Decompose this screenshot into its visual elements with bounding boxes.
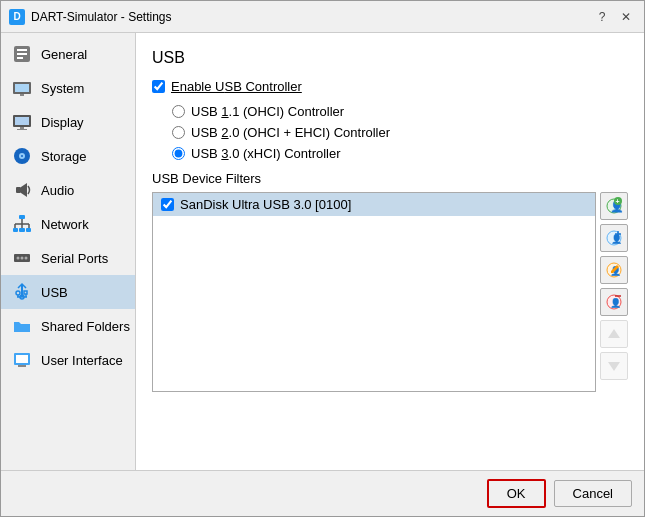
add-empty-filter-button[interactable]: 👤 bbox=[600, 224, 628, 252]
sidebar-item-storage[interactable]: Storage bbox=[1, 139, 135, 173]
svg-rect-6 bbox=[20, 94, 24, 96]
usb11-row: USB 1.1 (OHCI) Controller bbox=[172, 104, 628, 119]
svg-text:+: + bbox=[616, 198, 620, 205]
usb-icon bbox=[11, 281, 33, 303]
svg-rect-36 bbox=[16, 355, 28, 363]
usb11-radio[interactable] bbox=[172, 105, 185, 118]
sidebar-label-network: Network bbox=[41, 217, 89, 232]
usb30-radio[interactable] bbox=[172, 147, 185, 160]
display-icon bbox=[11, 111, 33, 133]
serial-ports-icon bbox=[11, 247, 33, 269]
user-interface-icon bbox=[11, 349, 33, 371]
settings-window: D DART-Simulator - Settings ? ✕ General bbox=[0, 0, 645, 517]
title-bar: D DART-Simulator - Settings ? ✕ bbox=[1, 1, 644, 33]
sidebar-label-storage: Storage bbox=[41, 149, 87, 164]
usb11-label[interactable]: USB 1.1 (OHCI) Controller bbox=[191, 104, 344, 119]
sidebar-item-usb[interactable]: USB bbox=[1, 275, 135, 309]
enable-usb-label[interactable]: Enable USB Controller bbox=[171, 79, 302, 94]
svg-point-28 bbox=[25, 257, 28, 260]
svg-text:👤: 👤 bbox=[610, 297, 622, 309]
usb30-label[interactable]: USB 3.0 (xHCI) Controller bbox=[191, 146, 341, 161]
usb20-label[interactable]: USB 2.0 (OHCI + EHCI) Controller bbox=[191, 125, 390, 140]
sidebar-label-system: System bbox=[41, 81, 84, 96]
svg-rect-5 bbox=[15, 84, 29, 92]
audio-icon bbox=[11, 179, 33, 201]
filter-buttons: 👤 + 👤 bbox=[600, 192, 628, 392]
sidebar-label-audio: Audio bbox=[41, 183, 74, 198]
sidebar-item-system[interactable]: System bbox=[1, 71, 135, 105]
remove-filter-button[interactable]: 👤 bbox=[600, 288, 628, 316]
svg-point-26 bbox=[17, 257, 20, 260]
svg-rect-3 bbox=[17, 57, 23, 59]
sidebar-label-shared-folders: Shared Folders bbox=[41, 319, 130, 334]
sidebar-item-display[interactable]: Display bbox=[1, 105, 135, 139]
sidebar-item-general[interactable]: General bbox=[1, 37, 135, 71]
move-down-button[interactable] bbox=[600, 352, 628, 380]
sidebar-item-user-interface[interactable]: User Interface bbox=[1, 343, 135, 377]
svg-point-27 bbox=[21, 257, 24, 260]
enable-usb-row: Enable USB Controller bbox=[152, 79, 628, 94]
usb-version-group: USB 1.1 (OHCI) Controller USB 2.0 (OHCI … bbox=[172, 104, 628, 161]
enable-usb-checkbox[interactable] bbox=[152, 80, 165, 93]
general-icon bbox=[11, 43, 33, 65]
filters-label: USB Device Filters bbox=[152, 171, 628, 186]
cancel-button[interactable]: Cancel bbox=[554, 480, 632, 507]
sidebar-label-user-interface: User Interface bbox=[41, 353, 123, 368]
usb20-radio[interactable] bbox=[172, 126, 185, 139]
edit-filter-button[interactable]: 👤 bbox=[600, 256, 628, 284]
svg-rect-30 bbox=[24, 291, 27, 294]
usb30-row: USB 3.0 (xHCI) Controller bbox=[172, 146, 628, 161]
svg-rect-17 bbox=[13, 228, 18, 232]
main-content: General System Display Sto bbox=[1, 33, 644, 470]
sidebar-item-network[interactable]: Network bbox=[1, 207, 135, 241]
sidebar-item-audio[interactable]: Audio bbox=[1, 173, 135, 207]
sidebar-item-serial-ports[interactable]: Serial Ports bbox=[1, 241, 135, 275]
svg-rect-14 bbox=[16, 187, 21, 193]
svg-point-13 bbox=[21, 155, 23, 157]
window-title: DART-Simulator - Settings bbox=[31, 10, 172, 24]
device-filters-container: SanDisk Ultra USB 3.0 [0100] 👤 + bbox=[152, 192, 628, 392]
sidebar-item-shared-folders[interactable]: Shared Folders bbox=[1, 309, 135, 343]
sidebar-label-usb: USB bbox=[41, 285, 68, 300]
device-label-0: SanDisk Ultra USB 3.0 [0100] bbox=[180, 197, 351, 212]
storage-icon bbox=[11, 145, 33, 167]
footer: OK Cancel bbox=[1, 470, 644, 516]
device-list: SanDisk Ultra USB 3.0 [0100] bbox=[152, 192, 596, 392]
svg-rect-16 bbox=[19, 215, 25, 219]
svg-marker-52 bbox=[608, 362, 620, 371]
svg-rect-37 bbox=[18, 365, 26, 367]
svg-marker-15 bbox=[21, 183, 27, 197]
app-icon: D bbox=[9, 9, 25, 25]
network-icon bbox=[11, 213, 33, 235]
move-up-button[interactable] bbox=[600, 320, 628, 348]
svg-rect-10 bbox=[17, 129, 27, 130]
svg-rect-9 bbox=[20, 127, 24, 129]
shared-folders-icon bbox=[11, 315, 33, 337]
sidebar-label-serial-ports: Serial Ports bbox=[41, 251, 108, 266]
ok-button[interactable]: OK bbox=[487, 479, 546, 508]
svg-rect-8 bbox=[15, 117, 29, 125]
usb20-row: USB 2.0 (OHCI + EHCI) Controller bbox=[172, 125, 628, 140]
svg-marker-51 bbox=[608, 329, 620, 338]
svg-rect-19 bbox=[26, 228, 31, 232]
usb-panel: USB Enable USB Controller USB 1.1 (OHCI)… bbox=[136, 33, 644, 470]
svg-rect-18 bbox=[19, 228, 25, 232]
close-button[interactable]: ✕ bbox=[616, 7, 636, 27]
panel-title: USB bbox=[152, 49, 628, 67]
system-icon bbox=[11, 77, 33, 99]
sidebar-label-general: General bbox=[41, 47, 87, 62]
add-device-filter-button[interactable]: 👤 + bbox=[600, 192, 628, 220]
sidebar: General System Display Sto bbox=[1, 33, 136, 470]
device-item-0[interactable]: SanDisk Ultra USB 3.0 [0100] bbox=[153, 193, 595, 216]
svg-rect-1 bbox=[17, 49, 27, 51]
svg-point-29 bbox=[16, 291, 20, 295]
sidebar-label-display: Display bbox=[41, 115, 84, 130]
help-button[interactable]: ? bbox=[592, 7, 612, 27]
device-checkbox-0[interactable] bbox=[161, 198, 174, 211]
svg-rect-2 bbox=[17, 53, 27, 55]
